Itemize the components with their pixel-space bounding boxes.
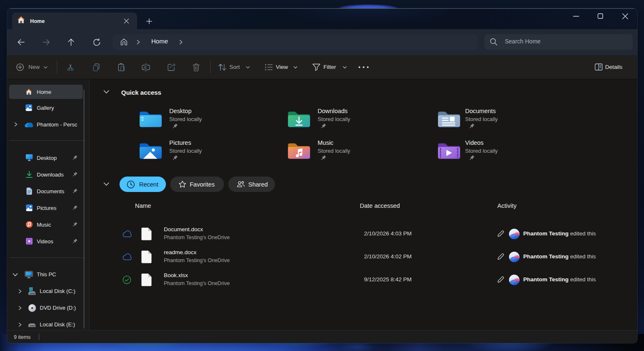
svg-text:A: A bbox=[143, 65, 146, 70]
